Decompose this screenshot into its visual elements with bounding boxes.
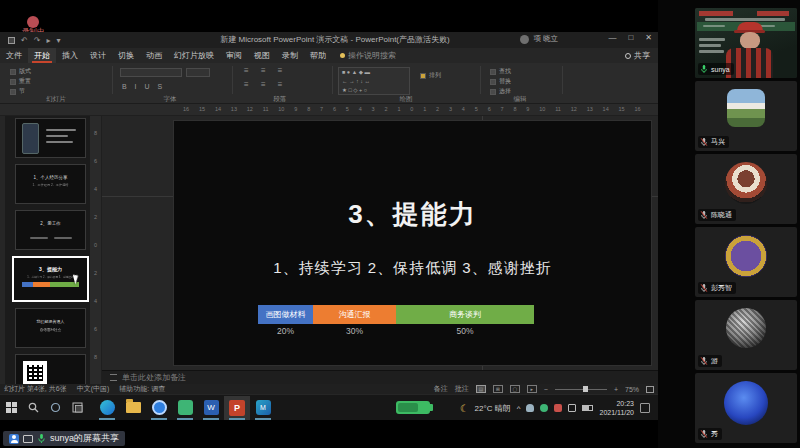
replace-icon <box>490 79 496 85</box>
layout-button[interactable]: 版式 <box>10 67 31 76</box>
mic-muted-icon <box>700 137 708 147</box>
screen-share-banner[interactable]: sunya的屏幕共享 <box>3 431 125 446</box>
font-size-dropdown[interactable] <box>186 68 210 77</box>
account-badge[interactable]: 项 晓立 <box>520 34 558 44</box>
tab-transitions[interactable]: 切换 <box>112 48 140 63</box>
section-button[interactable]: 节 <box>10 87 25 96</box>
battery-widget[interactable] <box>396 401 430 414</box>
bullet-list-buttons[interactable]: ≡ ≡ ≡ <box>244 66 287 75</box>
slide-canvas[interactable]: 3、提能力 1、持续学习 2、保持低调 3、感谢挫折 画图做材料20%沟通汇报3… <box>102 116 658 370</box>
participant-nametag: 陈晓通 <box>698 209 736 221</box>
participant-video-2[interactable]: 马兴 <box>695 81 797 151</box>
redo-icon[interactable]: ↷ <box>34 36 41 45</box>
font-style-buttons[interactable]: B I U S <box>122 83 165 90</box>
participant-video-3[interactable]: 陈晓通 <box>695 154 797 224</box>
action-center-button[interactable] <box>640 403 650 413</box>
maximize-button[interactable]: □ <box>628 33 633 42</box>
align-buttons[interactable]: ≡ ≡ ≡ <box>244 80 287 89</box>
start-button[interactable] <box>0 397 22 419</box>
tab-slideshow[interactable]: 幻灯片放映 <box>168 48 220 63</box>
fit-to-window-button[interactable] <box>646 386 654 393</box>
slide-sorter-button[interactable]: ⊞ <box>493 385 503 393</box>
participant-video-4[interactable]: 彭秀智 <box>695 227 797 297</box>
clock[interactable]: 20:23 2021/11/20 <box>599 399 634 418</box>
minimize-button[interactable]: — <box>608 33 616 42</box>
accessibility-status[interactable]: 辅助功能: 调查 <box>119 384 165 394</box>
tray-expand-arrow[interactable]: ^ <box>517 404 521 413</box>
save-icon[interactable] <box>8 37 15 44</box>
undo-icon[interactable]: ↶ <box>21 36 28 45</box>
tab-design[interactable]: 设计 <box>84 48 112 63</box>
qat-dropdown-icon[interactable]: ▾ <box>56 36 60 45</box>
slide-thumbnail-panel[interactable]: 1、个人经历分享 1、工作经历 2、工作感悟 2、爱工作 3、提能力 1、持续学… <box>5 116 90 384</box>
security-icon[interactable] <box>540 404 548 412</box>
participant-video-sunya[interactable]: sunya <box>695 8 797 78</box>
cloud-icon[interactable] <box>526 404 534 412</box>
participant-video-6[interactable]: 秀 <box>695 373 797 443</box>
ribbon: 版式 重置 节 B I U S ≡ ≡ ≡ ≡ ≡ ≡ ■ ● ▲ ◆ ▬ ← … <box>0 63 658 104</box>
slide-chart[interactable]: 画图做材料20%沟通汇报30%商务谈判50% <box>258 305 534 338</box>
select-icon <box>490 89 496 95</box>
taskbar-powerpoint-active[interactable]: P <box>224 396 250 420</box>
notes-pane[interactable]: 单击此处添加备注 <box>102 370 658 384</box>
taskbar-edge[interactable] <box>94 396 120 420</box>
tab-file[interactable]: 文件 <box>0 48 28 63</box>
tell-me-search[interactable]: 操作说明搜索 <box>340 50 396 61</box>
slide-editor[interactable]: 3、提能力 1、持续学习 2、保持低调 3、感谢挫折 画图做材料20%沟通汇报3… <box>173 120 652 366</box>
thumbnail-slide-4-selected[interactable]: 3、提能力 1、持续学习 2、保持低调 3、感谢挫折 <box>12 256 89 302</box>
thumbnail-slide-5[interactable]: 我们都是普通人 自信面对社会 <box>15 308 86 348</box>
status-bar: 幻灯片 第4张, 共6张 中文(中国) 辅助功能: 调查 备注 批注 ▤ ⊞ ▢… <box>0 384 658 394</box>
taskbar-file-explorer[interactable] <box>120 396 146 420</box>
tab-view[interactable]: 视图 <box>248 48 276 63</box>
zoom-percentage[interactable]: 75% <box>625 386 639 393</box>
quick-access-toolbar[interactable]: ↶ ↷ ▸ ▾ <box>8 36 60 45</box>
tab-home[interactable]: 开始 <box>28 48 56 63</box>
taskbar-word[interactable]: W <box>198 396 224 420</box>
normal-view-button[interactable]: ▤ <box>476 385 486 393</box>
thumbnail-slide-1[interactable] <box>15 118 86 158</box>
slideshow-icon[interactable]: ▸ <box>46 36 50 45</box>
tab-record[interactable]: 录制 <box>276 48 304 63</box>
battery-icon[interactable] <box>582 405 593 411</box>
thumb1-image <box>22 123 39 154</box>
shapes-gallery[interactable]: ■ ● ▲ ◆ ▬ ← → ↑ ↓ ↔ ★ □ ◇ + ○ <box>338 67 410 95</box>
comments-toggle[interactable]: 批注 <box>455 384 469 394</box>
language-indicator[interactable]: 中文(中国) <box>77 384 110 394</box>
slideshow-view-button[interactable]: ▸ <box>527 385 537 393</box>
search-button[interactable] <box>22 397 44 419</box>
replace-button[interactable]: 替换 <box>490 77 511 86</box>
slide-body-text[interactable]: 1、持续学习 2、保持低调 3、感谢挫折 <box>174 259 651 278</box>
tab-animations[interactable]: 动画 <box>140 48 168 63</box>
thumbnail-slide-2[interactable]: 1、个人经历分享 1、工作经历 2、工作感悟 <box>15 164 86 204</box>
taskbar-clock-app[interactable] <box>146 396 172 420</box>
zoom-in-button[interactable]: + <box>614 386 618 393</box>
slide-title[interactable]: 3、提能力 <box>174 197 651 232</box>
cortana-button[interactable] <box>44 397 66 419</box>
ime-icon[interactable] <box>568 404 576 412</box>
zoom-slider[interactable] <box>555 389 607 390</box>
find-button[interactable]: 查找 <box>490 67 511 76</box>
reading-view-button[interactable]: ▢ <box>510 385 520 393</box>
taskbar-wechat[interactable] <box>172 396 198 420</box>
zoom-out-button[interactable]: − <box>544 386 548 393</box>
notes-toggle[interactable]: 备注 <box>434 384 448 394</box>
tab-insert[interactable]: 插入 <box>56 48 84 63</box>
thumbnail-slide-6[interactable] <box>15 354 86 384</box>
avatar <box>724 381 768 425</box>
taskbar-meeting-app[interactable]: M <box>250 396 276 420</box>
arrange-button[interactable]: 排列 <box>420 71 441 80</box>
share-button[interactable]: 共享 <box>625 50 650 61</box>
reset-button[interactable]: 重置 <box>10 77 31 86</box>
task-view-button[interactable] <box>66 397 88 419</box>
mic-tray-icon[interactable] <box>554 404 562 412</box>
tray-date: 2021/11/20 <box>599 408 634 417</box>
participant-video-5[interactable]: 游 <box>695 300 797 370</box>
font-name-dropdown[interactable] <box>120 68 182 77</box>
vertical-ruler: 864202468 <box>90 116 102 384</box>
thumbnail-slide-3[interactable]: 2、爱工作 <box>15 210 86 250</box>
powerpoint-icon: P <box>229 400 245 416</box>
close-button[interactable]: ✕ <box>645 33 652 42</box>
tab-review[interactable]: 审阅 <box>220 48 248 63</box>
tab-help[interactable]: 帮助 <box>304 48 332 63</box>
weather-indicator[interactable]: 22°C 晴朗 <box>475 403 511 414</box>
